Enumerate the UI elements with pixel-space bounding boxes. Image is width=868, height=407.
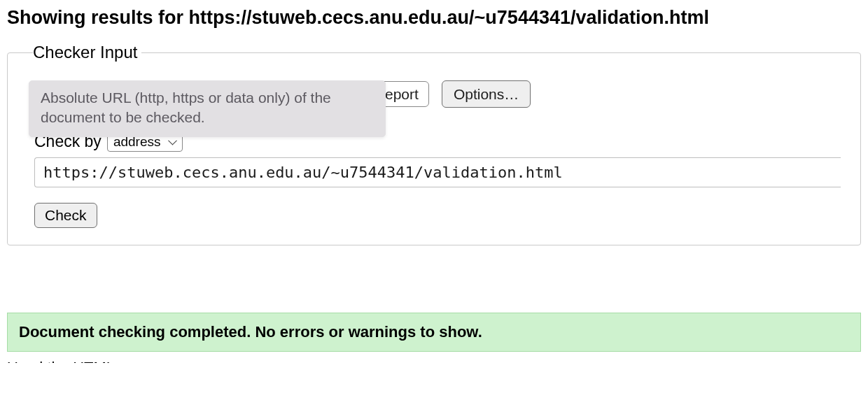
url-help-tooltip: Absolute URL (http, https or data only) … xyxy=(29,80,386,137)
options-button[interactable]: Options… xyxy=(442,80,531,108)
check-button[interactable]: Check xyxy=(34,203,97,228)
result-success-banner: Document checking completed. No errors o… xyxy=(7,313,861,352)
fieldset-legend: Checker Input xyxy=(33,43,141,62)
address-input[interactable] xyxy=(34,157,841,187)
page-title: Showing results for https://stuweb.cecs.… xyxy=(7,6,861,30)
trailing-text-fragment: Used the HTML xyxy=(7,359,861,363)
checker-input-fieldset: Checker Input Absolute URL (http, https … xyxy=(7,43,861,245)
image-report-button-partial[interactable]: eport xyxy=(379,81,429,107)
